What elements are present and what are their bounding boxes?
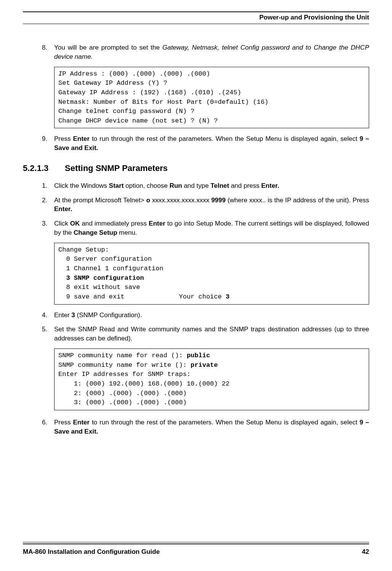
text-bold: o xyxy=(146,197,150,204)
step-8: 8. You will be are prompted to set the G… xyxy=(42,43,369,61)
code-line: 3: (000) .(000) .(000) .(000) xyxy=(58,399,187,406)
step-number: 9. xyxy=(42,134,54,153)
code-line: SNMP community name for read (): xyxy=(58,352,187,359)
text: Set the SNMP Read and Write community na… xyxy=(54,326,369,342)
page-number: 42 xyxy=(362,548,369,556)
code-bold: 3 xyxy=(226,293,230,300)
text-bold: Enter xyxy=(73,135,89,142)
text-bold: Enter. xyxy=(54,205,72,213)
step-number: 6. xyxy=(42,418,54,436)
code-line: 2: (000) .(000) .(000) .(000) xyxy=(58,390,187,397)
text-bold: Enter xyxy=(73,419,89,426)
step-number: 1. xyxy=(42,181,54,190)
snmp-step-3: 3. Click OK and immediately press Enter … xyxy=(42,219,369,237)
code-line: SNMP community name for write (): xyxy=(58,361,191,369)
text: and immediately press xyxy=(80,220,149,227)
step-number: 5. xyxy=(42,325,54,343)
code-line: Netmask: Number of Bits for Host Part (0… xyxy=(58,98,268,106)
text-bold: OK xyxy=(70,220,80,227)
snmp-step-6: 6. Press Enter to run through the rest o… xyxy=(42,418,369,436)
code-line: 8 exit without save xyxy=(58,284,140,291)
text: (SNMP Configuration). xyxy=(75,311,142,319)
text: and type xyxy=(182,182,210,189)
text: (where xxxx.. is the IP address of the u… xyxy=(226,197,369,204)
text: At the prompt Microsoft Telnet> xyxy=(54,197,146,204)
text-bold: Enter xyxy=(149,220,165,227)
snmp-step-2: 2. At the prompt Microsoft Telnet> o xxx… xyxy=(42,196,369,214)
step-number: 8. xyxy=(42,43,54,61)
text-bold: Start xyxy=(109,182,124,189)
code-line: I xyxy=(58,70,62,77)
text: to run through the rest of the parameter… xyxy=(90,135,360,142)
text: Click the Windows xyxy=(54,182,109,189)
step-number: 4. xyxy=(42,311,54,320)
page-content: 8. You will be are prompted to set the G… xyxy=(23,24,369,436)
text: Enter xyxy=(54,311,71,319)
step-number: 2. xyxy=(42,196,54,214)
code-line: Gateway IP Address : (192) .(168) .(010)… xyxy=(58,89,241,96)
text-bold: 9999 xyxy=(211,197,226,204)
text: You will be are prompted to set the xyxy=(54,44,162,51)
code-block-ip: IP Address : (000) .(000) .(000) .(000) … xyxy=(54,67,369,129)
snmp-step-1: 1. Click the Windows Start option, choos… xyxy=(42,181,369,190)
page-footer: MA-860 Installation and Configuration Gu… xyxy=(23,542,369,556)
text: Press xyxy=(54,419,73,426)
code-line-bold: 3 SNMP configuration xyxy=(58,274,144,282)
code-line: 1: (000) 192.(000) 168.(000) 10.(000) 22 xyxy=(58,380,230,387)
code-line: 1 Channel 1 configuration xyxy=(58,265,163,272)
text: Click xyxy=(54,220,70,227)
code-line: Change DHCP device name (not set) ? (N) … xyxy=(58,117,218,124)
text: option, choose xyxy=(124,182,169,189)
code-bold: public xyxy=(187,352,210,359)
code-bold: private xyxy=(191,361,218,369)
text: Press xyxy=(54,135,73,142)
header-title: Power-up and Provisioning the Unit xyxy=(23,14,369,24)
text: xxxx.xxxx.xxxx.xxxx xyxy=(150,197,211,204)
text: to run through the rest of the parameter… xyxy=(90,419,360,426)
section-number: 5.2.1.3 xyxy=(23,163,65,174)
text-bold: Enter. xyxy=(261,182,279,189)
code-line: P Address : (000) .(000) .(000) .(000) xyxy=(62,70,210,77)
text-bold: Change Setup xyxy=(74,229,117,236)
footer-title: MA-860 Installation and Configuration Gu… xyxy=(23,548,160,556)
text-bold: 3 xyxy=(71,311,75,319)
step-9: 9. Press Enter to run through the rest o… xyxy=(42,134,369,153)
code-line: Change Setup: xyxy=(58,246,109,253)
code-line: Set Gateway IP Address (Y) ? xyxy=(58,79,167,87)
snmp-step-4: 4. Enter 3 (SNMP Configuration). xyxy=(42,311,369,320)
text-bold: Run xyxy=(169,182,182,189)
section-heading: 5.2.1.3 Setting SNMP Parameters xyxy=(23,163,369,174)
step-number: 3. xyxy=(42,219,54,237)
text-bold: Telnet xyxy=(210,182,229,189)
code-line: 0 Server configuration xyxy=(58,255,152,263)
code-line: Enter IP addresses for SNMP traps: xyxy=(58,371,191,378)
text: menu. xyxy=(117,229,137,236)
code-line: 9 save and exit Your choice xyxy=(58,293,226,300)
text: and press xyxy=(229,182,261,189)
code-block-setup: Change Setup: 0 Server configuration 1 C… xyxy=(54,243,369,305)
section-title: Setting SNMP Parameters xyxy=(65,163,168,174)
code-line: Change telnet config password (N) ? xyxy=(58,108,194,115)
snmp-step-5: 5. Set the SNMP Read and Write community… xyxy=(42,325,369,343)
code-block-snmp: SNMP community name for read (): public … xyxy=(54,348,369,410)
